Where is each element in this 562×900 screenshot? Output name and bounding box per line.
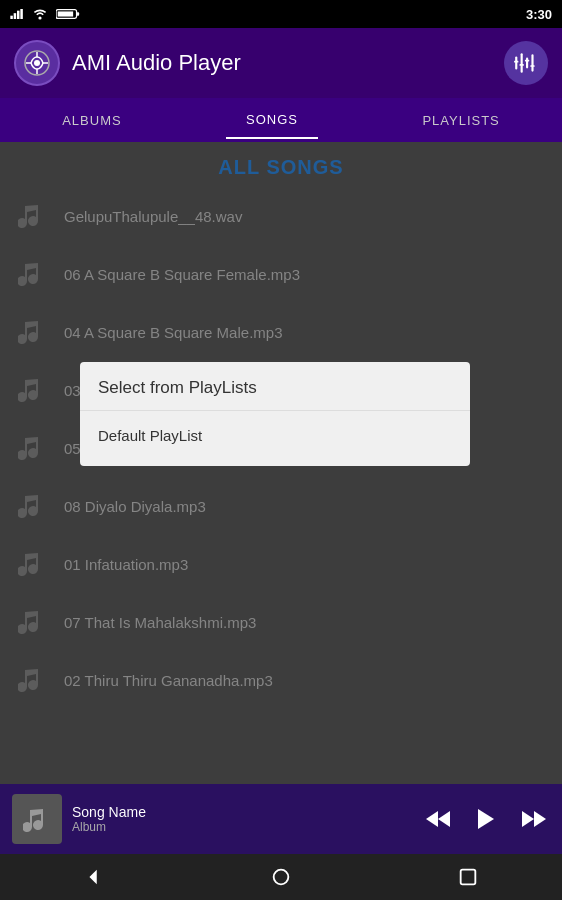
tab-songs[interactable]: SONGS <box>226 102 318 139</box>
play-button[interactable] <box>472 805 500 833</box>
svg-rect-25 <box>461 870 476 885</box>
equalizer-icon <box>513 50 539 76</box>
logo-icon <box>23 49 51 77</box>
back-nav-button[interactable] <box>83 866 105 888</box>
player-controls <box>422 805 550 833</box>
app-title: AMI Audio Player <box>72 50 241 76</box>
svg-point-24 <box>274 870 289 885</box>
svg-rect-17 <box>530 65 534 67</box>
popup-title: Select from PlayLists <box>80 362 470 410</box>
playlist-select-popup: Select from PlayLists Default PlayList <box>80 362 470 466</box>
svg-rect-13 <box>520 64 524 66</box>
fast-forward-button[interactable] <box>518 807 550 831</box>
svg-marker-23 <box>89 870 96 885</box>
svg-rect-12 <box>521 53 523 73</box>
header-left: AMI Audio Player <box>14 40 241 86</box>
svg-rect-14 <box>526 58 528 69</box>
nav-bar <box>0 854 562 900</box>
svg-rect-2 <box>17 11 20 19</box>
svg-point-9 <box>34 60 40 66</box>
rewind-button[interactable] <box>422 807 454 831</box>
settings-button[interactable] <box>504 41 548 85</box>
status-left-icons <box>10 8 80 20</box>
recents-nav-button[interactable] <box>457 866 479 888</box>
tab-playlists[interactable]: PLAYLISTS <box>402 103 519 138</box>
svg-marker-19 <box>426 811 438 827</box>
svg-rect-3 <box>20 9 23 19</box>
tabs: ALBUMS SONGS PLAYLISTS <box>0 98 562 142</box>
player-thumbnail <box>12 794 62 844</box>
player-bar: Song Name Album <box>0 784 562 854</box>
signal-icon <box>10 9 24 19</box>
svg-rect-11 <box>514 61 518 63</box>
app-logo <box>14 40 60 86</box>
svg-rect-15 <box>525 60 529 62</box>
svg-marker-21 <box>522 811 534 827</box>
svg-rect-1 <box>14 13 16 19</box>
svg-rect-0 <box>10 16 13 19</box>
content-area: ALL SONGS GelupuThalupule__48.wav 06 A S… <box>0 142 562 784</box>
status-time: 3:30 <box>526 7 552 22</box>
player-info: Song Name Album <box>72 804 412 834</box>
svg-rect-10 <box>515 57 517 70</box>
popup-divider <box>80 410 470 411</box>
player-song-name: Song Name <box>72 804 412 820</box>
battery-icon <box>56 8 80 20</box>
tab-albums[interactable]: ALBUMS <box>42 103 141 138</box>
svg-marker-20 <box>478 809 494 829</box>
status-bar: 3:30 <box>0 0 562 28</box>
player-album: Album <box>72 820 412 834</box>
svg-rect-16 <box>531 54 533 71</box>
header: AMI Audio Player <box>0 28 562 98</box>
svg-marker-22 <box>534 811 546 827</box>
playlist-item-default[interactable]: Default PlayList <box>80 415 470 456</box>
svg-point-4 <box>38 16 41 19</box>
svg-rect-6 <box>77 12 80 15</box>
wifi-icon <box>32 8 48 20</box>
svg-rect-7 <box>58 11 73 16</box>
status-right: 3:30 <box>526 7 552 22</box>
svg-marker-18 <box>438 811 450 827</box>
home-nav-button[interactable] <box>270 866 292 888</box>
